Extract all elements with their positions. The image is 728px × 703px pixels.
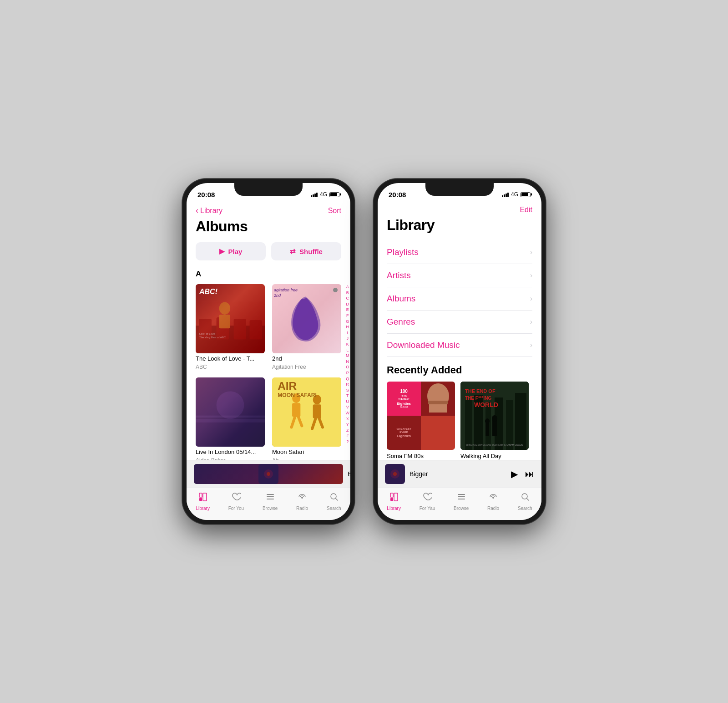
alpha-t[interactable]: T	[346, 393, 350, 399]
album-artist: Aidan Baker	[196, 457, 265, 460]
alpha-question[interactable]: ?	[346, 439, 350, 445]
radio-icon	[297, 492, 307, 504]
alphabet-index[interactable]: A B C D E F G H I J K L M N O	[346, 284, 350, 445]
tab-search[interactable]: Search	[518, 492, 532, 511]
alpha-q[interactable]: Q	[346, 376, 350, 382]
alpha-b[interactable]: B	[346, 290, 350, 296]
mini-player[interactable]: Bigger ▶ ⏭	[378, 460, 541, 488]
tab-library[interactable]: Library	[387, 492, 401, 511]
genres-chevron-icon: ›	[530, 318, 532, 326]
alpha-x[interactable]: X	[346, 416, 350, 422]
tab-browse[interactable]: Browse	[263, 492, 278, 511]
alpha-i[interactable]: I	[346, 330, 350, 336]
svg-rect-9	[196, 419, 265, 423]
alpha-c[interactable]: C	[346, 295, 350, 301]
svg-rect-17	[313, 404, 321, 418]
alpha-u[interactable]: U	[346, 399, 350, 405]
alpha-r[interactable]: R	[346, 382, 350, 387]
alpha-p[interactable]: P	[346, 370, 350, 376]
shuffle-label: Shuffle	[299, 248, 323, 255]
tab-browse-label: Browse	[454, 506, 469, 511]
alpha-h[interactable]: H	[346, 324, 350, 330]
svg-rect-10	[196, 416, 265, 418]
tab-library[interactable]: Library	[196, 492, 210, 511]
album-cover-aidan	[196, 377, 265, 447]
alpha-f[interactable]: F	[346, 313, 350, 319]
alpha-hash[interactable]: #	[346, 433, 350, 439]
alpha-v[interactable]: V	[346, 404, 350, 410]
alpha-z[interactable]: Z	[346, 428, 350, 433]
next-button[interactable]: ⏭	[525, 469, 534, 479]
signal-icon	[311, 192, 318, 197]
tab-radio-label: Radio	[487, 506, 499, 511]
recent-albums-row[interactable]: 100HITSTHE BEST Eighties ALBUM	[387, 382, 532, 460]
play-button[interactable]: ▶ Play	[196, 242, 266, 260]
alpha-n[interactable]: N	[346, 359, 350, 365]
svg-rect-1	[199, 319, 212, 340]
svg-text:WORLD: WORLD	[474, 401, 498, 408]
tab-for-you-label: For Yau	[420, 506, 435, 511]
alpha-e[interactable]: E	[346, 307, 350, 313]
network-label: 4G	[511, 191, 518, 198]
svg-point-8	[217, 391, 244, 419]
playlists-label: Playlists	[387, 247, 419, 257]
svg-point-24	[267, 472, 270, 476]
library-item-albums[interactable]: Albums ›	[387, 287, 532, 311]
tab-search-label: Search	[327, 506, 341, 511]
tab-radio[interactable]: Radio	[487, 492, 499, 511]
tab-browse[interactable]: Browse	[454, 492, 469, 511]
svg-rect-55	[394, 493, 398, 501]
svg-line-33	[335, 499, 338, 501]
back-button[interactable]: ‹ Library	[196, 206, 222, 215]
alpha-a[interactable]: A	[346, 284, 350, 290]
alpha-w[interactable]: W	[346, 410, 350, 416]
downloaded-label: Downloaded Music	[387, 340, 460, 350]
album-title: Moon Safari	[272, 448, 341, 455]
svg-point-53	[393, 472, 397, 476]
library-scroll[interactable]: Library Playlists › Artists › Albums › G…	[378, 217, 541, 460]
play-pause-button[interactable]: ▶	[511, 469, 518, 479]
library-item-genres[interactable]: Genres ›	[387, 311, 532, 334]
list-item[interactable]: AIR MOON SAFARI Moon Safari Air	[272, 377, 341, 460]
notch	[234, 183, 303, 196]
tab-for-you[interactable]: For Yau	[420, 492, 435, 511]
alpha-m[interactable]: M	[346, 353, 350, 359]
library-item-downloaded[interactable]: Downloaded Music ›	[387, 334, 532, 357]
list-item[interactable]: agitation free2nd 2nd Agitation Free	[272, 284, 341, 370]
svg-rect-59	[458, 499, 465, 499]
tab-search[interactable]: Search	[327, 492, 341, 511]
list-item[interactable]: ABC! Look of LoveThe Very Best of ABC	[196, 284, 265, 370]
alpha-j[interactable]: J	[346, 336, 350, 341]
shuffle-button[interactable]: ⇄ Shuffle	[271, 242, 341, 260]
alpha-d[interactable]: D	[346, 301, 350, 307]
svg-rect-26	[203, 493, 207, 501]
back-chevron-icon: ‹	[196, 206, 198, 215]
list-item[interactable]: Live In London 05/14... Aidan Baker	[196, 377, 265, 460]
albums-scroll[interactable]: Albums ▶ Play ⇄ Shuffle A	[187, 218, 350, 460]
alpha-y[interactable]: Y	[346, 422, 350, 428]
heart-icon	[422, 492, 432, 504]
status-time: 20:08	[389, 191, 406, 199]
alpha-g[interactable]: G	[346, 319, 350, 325]
tab-browse-label: Browse	[263, 506, 278, 511]
alpha-k[interactable]: K	[346, 341, 350, 347]
svg-rect-36	[428, 401, 448, 404]
downloaded-chevron-icon: ›	[530, 341, 532, 349]
library-item-playlists[interactable]: Playlists ›	[387, 241, 532, 264]
action-buttons: ▶ Play ⇄ Shuffle	[196, 242, 341, 260]
svg-rect-54	[390, 498, 393, 501]
tab-radio[interactable]: Radio	[296, 492, 308, 511]
alpha-l[interactable]: L	[346, 347, 350, 353]
back-label[interactable]: Library	[200, 207, 222, 215]
mini-player[interactable]: Bigger ▶ ⏭	[187, 460, 350, 488]
tab-for-you[interactable]: For You	[228, 492, 244, 511]
svg-rect-30	[267, 499, 274, 499]
library-item-artists[interactable]: Artists ›	[387, 264, 532, 287]
list-item[interactable]: 100HITSTHE BEST Eighties ALBUM	[387, 382, 455, 460]
alpha-o[interactable]: O	[346, 364, 350, 370]
list-item[interactable]: THE END OF THE F***ING WORLD ORIGINAL SO…	[460, 382, 529, 460]
edit-button[interactable]: Edit	[520, 206, 532, 214]
alpha-s[interactable]: S	[346, 387, 350, 393]
svg-rect-43	[515, 393, 526, 450]
sort-button[interactable]: Sort	[328, 207, 341, 215]
